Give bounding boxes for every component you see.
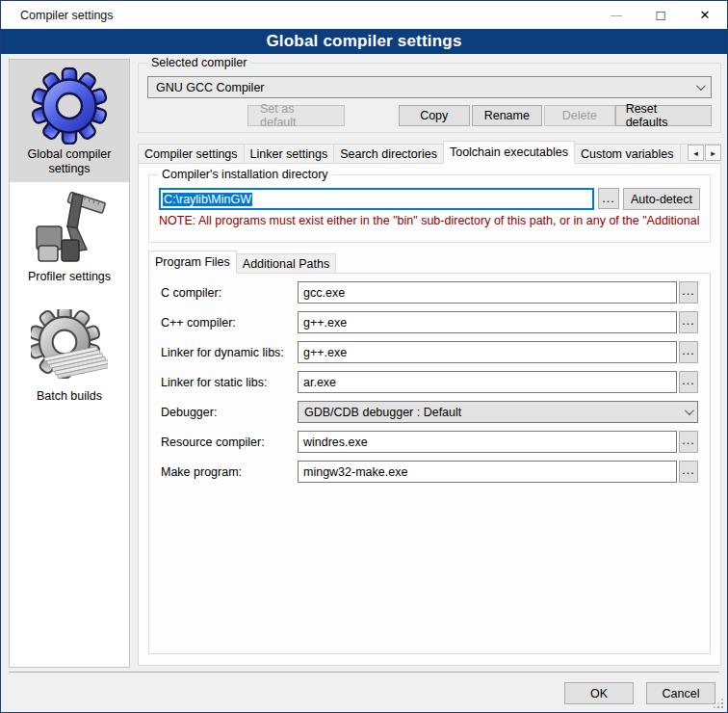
footer-buttons: OK Cancel [564,682,715,704]
tab-custom-variables[interactable]: Custom variables [574,144,681,164]
bin-subdirectory-note: NOTE: All programs must exist either in … [159,214,700,227]
program-files-tabs: Program Files Additional Paths [148,251,711,274]
cpp-compiler-input[interactable]: g++.exe [298,311,677,333]
field-label: Linker for dynamic libs: [161,346,298,359]
auto-detect-button[interactable]: Auto-detect [623,188,700,210]
window-controls: — □ ✕ [594,1,727,29]
titlebar[interactable]: Compiler settings — □ ✕ [1,1,727,29]
main-content: Selected compiler GNU GCC Compiler Set a… [138,54,721,666]
copy-button[interactable]: Copy [399,105,470,126]
field-row-dynamic-linker: Linker for dynamic libs: g++.exe ... [161,341,698,363]
sidebar-item-profiler-settings[interactable]: Profiler settings [10,182,129,290]
ellipsis-icon: ... [602,192,614,205]
gear-blue-icon [31,67,108,145]
field-row-make-program: Make program: mingw32-make.exe ... [161,461,698,483]
compiler-settings-dialog: Compiler settings — □ ✕ Global compiler … [0,0,728,713]
field-label: Debugger: [161,406,298,419]
browse-dynamic-linker-button[interactable]: ... [679,341,698,363]
compiler-select[interactable]: GNU GCC Compiler [147,76,712,98]
installation-directory-row: C:\raylib\MinGW ... Auto-detect [159,188,700,210]
toolchain-executables-pane: Compiler's installation directory C:\ray… [138,163,721,666]
resize-grip[interactable] [714,699,723,708]
compiler-select-value: GNU GCC Compiler [156,81,265,94]
tab-compiler-settings[interactable]: Compiler settings [138,144,245,164]
dialog-header: Global compiler settings [1,29,727,54]
maximize-icon[interactable]: □ [638,1,683,29]
selected-text: C:\raylib\MinGW [163,193,252,206]
browse-directory-button[interactable]: ... [598,188,619,209]
field-row-static-linker: Linker for static libs: ar.exe ... [161,371,698,393]
compiler-buttons-row: Set as default Copy Rename Delete Reset … [147,105,712,126]
tab-scroll-arrows: ◂ ▸ [685,145,721,161]
reset-defaults-button[interactable]: Reset defaults [615,105,712,126]
close-icon[interactable]: ✕ [683,1,727,29]
ellipsis-icon: ... [682,314,694,328]
c-compiler-input[interactable]: gcc.exe [298,281,677,304]
ok-button[interactable]: OK [564,682,634,704]
set-as-default-button[interactable]: Set as default [247,105,345,126]
browse-resource-compiler-button[interactable]: ... [679,431,698,453]
delete-button[interactable]: Delete [544,105,615,126]
static-linker-input[interactable]: ar.exe [298,371,677,393]
debugger-select-value: GDB/CDB debugger : Default [304,406,461,419]
dialog-body: Global compiler settings Profiler settin… [1,54,727,712]
tab-scroll-left-icon[interactable]: ◂ [688,145,704,161]
chevron-down-icon [685,406,694,415]
make-program-input[interactable]: mingw32-make.exe [298,461,677,483]
settings-category-list: Global compiler settings Profiler settin… [9,59,130,668]
group-legend: Selected compiler [147,56,250,70]
footer-divider [9,672,719,673]
chevron-down-icon [696,81,706,91]
field-label: C compiler: [161,286,298,300]
ellipsis-icon: ... [682,344,694,357]
field-label: Make program: [161,465,298,479]
window-title: Compiler settings [20,9,114,22]
field-label: C++ compiler: [161,316,298,330]
field-row-debugger: Debugger: GDB/CDB debugger : Default [161,401,698,423]
installation-directory-group: Compiler's installation directory C:\ray… [148,174,711,243]
program-files-pane: C compiler: gcc.exe ... C++ compiler: g+… [148,273,711,654]
browse-c-compiler-button[interactable]: ... [679,281,698,304]
field-row-cpp-compiler: C++ compiler: g++.exe ... [161,311,698,333]
tab-additional-paths[interactable]: Additional Paths [236,253,336,274]
ellipsis-icon: ... [682,463,694,477]
caliper-icon [31,190,108,267]
tab-program-files[interactable]: Program Files [148,251,237,274]
browse-static-linker-button[interactable]: ... [679,371,698,393]
ellipsis-icon: ... [682,434,694,447]
field-row-resource-compiler: Resource compiler: windres.exe ... [161,431,698,453]
sidebar-item-label: Profiler settings [28,270,111,284]
settings-tabs: Compiler settings Linker settings Search… [138,141,721,164]
sidebar-item-label: Batch builds [37,389,102,404]
resource-compiler-input[interactable]: windres.exe [298,431,677,453]
ellipsis-icon: ... [682,284,694,298]
browse-make-program-button[interactable]: ... [679,461,698,483]
cancel-button[interactable]: Cancel [646,682,715,704]
field-row-c-compiler: C compiler: gcc.exe ... [161,281,698,304]
page-title: Global compiler settings [266,32,461,51]
tab-toolchain-executables[interactable]: Toolchain executables [443,141,575,164]
group-legend: Compiler's installation directory [158,168,332,182]
browse-cpp-compiler-button[interactable]: ... [679,311,698,333]
sidebar-item-batch-builds[interactable]: Batch builds [10,302,129,409]
tab-scroll-right-icon[interactable]: ▸ [705,145,721,161]
minimize-icon[interactable]: — [594,1,638,29]
sidebar-item-global-compiler-settings[interactable]: Global compiler settings [10,60,129,182]
rename-button[interactable]: Rename [472,105,543,126]
selected-compiler-group: Selected compiler GNU GCC Compiler Set a… [138,63,721,133]
field-label: Resource compiler: [161,436,298,449]
field-label: Linker for static libs: [161,376,298,389]
installation-directory-input[interactable]: C:\raylib\MinGW [159,188,594,210]
tab-linker-settings[interactable]: Linker settings [244,144,335,164]
debugger-select[interactable]: GDB/CDB debugger : Default [298,401,698,423]
dynamic-linker-input[interactable]: g++.exe [298,341,677,363]
sidebar-item-label: Global compiler settings [12,147,127,176]
ellipsis-icon: ... [682,374,694,387]
tab-search-directories[interactable]: Search directories [333,144,444,164]
gear-stack-icon [31,309,108,386]
